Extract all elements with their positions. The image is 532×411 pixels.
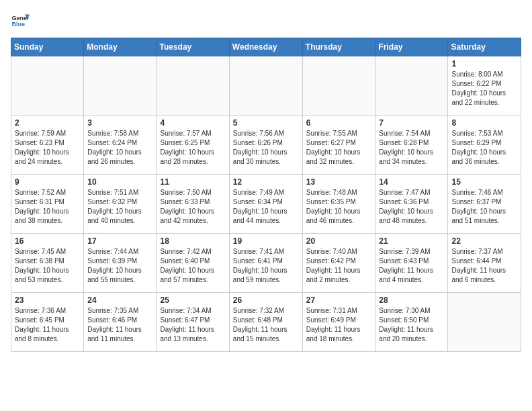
day-info: Sunrise: 7:59 AM Sunset: 6:23 PM Dayligh… (15, 129, 80, 167)
day-info: Sunrise: 7:50 AM Sunset: 6:33 PM Dayligh… (161, 188, 226, 226)
day-number: 6 (306, 118, 372, 128)
calendar-cell: 9Sunrise: 7:52 AM Sunset: 6:31 PM Daylig… (11, 175, 84, 234)
day-info: Sunrise: 7:40 AM Sunset: 6:42 PM Dayligh… (306, 247, 372, 285)
calendar-cell (302, 56, 375, 116)
logo: General Blue (11, 11, 30, 30)
calendar-cell: 5Sunrise: 7:56 AM Sunset: 6:26 PM Daylig… (229, 116, 302, 175)
calendar-cell: 17Sunrise: 7:44 AM Sunset: 6:39 PM Dayli… (84, 234, 157, 293)
calendar-cell: 4Sunrise: 7:57 AM Sunset: 6:25 PM Daylig… (157, 116, 229, 175)
week-row-3: 9Sunrise: 7:52 AM Sunset: 6:31 PM Daylig… (11, 175, 521, 234)
calendar-cell: 27Sunrise: 7:31 AM Sunset: 6:49 PM Dayli… (302, 293, 375, 352)
calendar-cell: 25Sunrise: 7:34 AM Sunset: 6:47 PM Dayli… (157, 293, 229, 352)
day-number: 24 (87, 295, 152, 305)
day-info: Sunrise: 7:53 AM Sunset: 6:29 PM Dayligh… (451, 129, 517, 167)
header-row: SundayMondayTuesdayWednesdayThursdayFrid… (11, 38, 521, 56)
day-number: 7 (379, 118, 444, 128)
calendar-cell: 16Sunrise: 7:45 AM Sunset: 6:38 PM Dayli… (11, 234, 84, 293)
calendar-cell: 23Sunrise: 7:36 AM Sunset: 6:45 PM Dayli… (11, 293, 84, 352)
day-info: Sunrise: 7:52 AM Sunset: 6:31 PM Dayligh… (15, 188, 80, 226)
calendar-cell: 6Sunrise: 7:55 AM Sunset: 6:27 PM Daylig… (302, 116, 375, 175)
svg-text:Blue: Blue (11, 21, 25, 28)
day-info: Sunrise: 7:36 AM Sunset: 6:45 PM Dayligh… (15, 306, 80, 344)
day-info: Sunrise: 7:44 AM Sunset: 6:39 PM Dayligh… (87, 247, 152, 285)
calendar-cell (448, 293, 521, 352)
calendar-cell (375, 56, 448, 116)
week-row-1: 1Sunrise: 8:00 AM Sunset: 6:22 PM Daylig… (11, 56, 521, 116)
day-number: 25 (161, 295, 226, 305)
day-info: Sunrise: 7:48 AM Sunset: 6:35 PM Dayligh… (306, 188, 372, 226)
day-number: 17 (87, 236, 152, 246)
day-number: 5 (233, 118, 299, 128)
calendar-cell: 3Sunrise: 7:58 AM Sunset: 6:24 PM Daylig… (84, 116, 157, 175)
day-number: 22 (451, 236, 517, 246)
day-number: 8 (451, 118, 517, 128)
calendar-cell: 14Sunrise: 7:47 AM Sunset: 6:36 PM Dayli… (375, 175, 448, 234)
day-info: Sunrise: 7:32 AM Sunset: 6:48 PM Dayligh… (233, 306, 299, 344)
day-info: Sunrise: 7:51 AM Sunset: 6:32 PM Dayligh… (87, 188, 152, 226)
day-number: 2 (15, 118, 80, 128)
col-header-saturday: Saturday (448, 38, 521, 56)
calendar-cell: 28Sunrise: 7:30 AM Sunset: 6:50 PM Dayli… (375, 293, 448, 352)
day-number: 4 (161, 118, 226, 128)
day-number: 26 (233, 295, 299, 305)
calendar-cell: 18Sunrise: 7:42 AM Sunset: 6:40 PM Dayli… (157, 234, 229, 293)
day-number: 21 (379, 236, 444, 246)
day-number: 9 (15, 177, 80, 187)
col-header-friday: Friday (375, 38, 448, 56)
calendar-cell: 24Sunrise: 7:35 AM Sunset: 6:46 PM Dayli… (84, 293, 157, 352)
day-info: Sunrise: 7:56 AM Sunset: 6:26 PM Dayligh… (233, 129, 299, 167)
day-number: 27 (306, 295, 372, 305)
day-number: 1 (451, 59, 517, 68)
day-info: Sunrise: 7:55 AM Sunset: 6:27 PM Dayligh… (306, 129, 372, 167)
day-number: 28 (379, 295, 444, 305)
day-number: 15 (451, 177, 517, 187)
day-number: 3 (87, 118, 152, 128)
day-info: Sunrise: 7:45 AM Sunset: 6:38 PM Dayligh… (15, 247, 80, 285)
day-info: Sunrise: 7:39 AM Sunset: 6:43 PM Dayligh… (379, 247, 444, 285)
calendar-cell: 21Sunrise: 7:39 AM Sunset: 6:43 PM Dayli… (375, 234, 448, 293)
day-info: Sunrise: 7:37 AM Sunset: 6:44 PM Dayligh… (451, 247, 517, 285)
calendar-cell (229, 56, 302, 116)
calendar-cell: 8Sunrise: 7:53 AM Sunset: 6:29 PM Daylig… (448, 116, 521, 175)
week-row-5: 23Sunrise: 7:36 AM Sunset: 6:45 PM Dayli… (11, 293, 521, 352)
day-info: Sunrise: 7:58 AM Sunset: 6:24 PM Dayligh… (87, 129, 152, 167)
day-info: Sunrise: 7:31 AM Sunset: 6:49 PM Dayligh… (306, 306, 372, 344)
week-row-2: 2Sunrise: 7:59 AM Sunset: 6:23 PM Daylig… (11, 116, 521, 175)
day-info: Sunrise: 7:42 AM Sunset: 6:40 PM Dayligh… (161, 247, 226, 285)
calendar-cell (157, 56, 229, 116)
col-header-monday: Monday (84, 38, 157, 56)
calendar-cell: 1Sunrise: 8:00 AM Sunset: 6:22 PM Daylig… (448, 56, 521, 116)
week-row-4: 16Sunrise: 7:45 AM Sunset: 6:38 PM Dayli… (11, 234, 521, 293)
col-header-thursday: Thursday (302, 38, 375, 56)
logo-icon: General Blue (11, 11, 30, 30)
day-info: Sunrise: 7:34 AM Sunset: 6:47 PM Dayligh… (161, 306, 226, 344)
day-number: 13 (306, 177, 372, 187)
calendar-table: SundayMondayTuesdayWednesdayThursdayFrid… (11, 38, 521, 352)
day-info: Sunrise: 7:49 AM Sunset: 6:34 PM Dayligh… (233, 188, 299, 226)
day-number: 14 (379, 177, 444, 187)
day-info: Sunrise: 7:57 AM Sunset: 6:25 PM Dayligh… (161, 129, 226, 167)
calendar-cell: 22Sunrise: 7:37 AM Sunset: 6:44 PM Dayli… (448, 234, 521, 293)
day-number: 16 (15, 236, 80, 246)
day-info: Sunrise: 8:00 AM Sunset: 6:22 PM Dayligh… (451, 70, 517, 107)
day-info: Sunrise: 7:54 AM Sunset: 6:28 PM Dayligh… (379, 129, 444, 167)
day-info: Sunrise: 7:41 AM Sunset: 6:41 PM Dayligh… (233, 247, 299, 285)
calendar-cell (11, 56, 84, 116)
calendar-cell: 2Sunrise: 7:59 AM Sunset: 6:23 PM Daylig… (11, 116, 84, 175)
calendar-cell: 15Sunrise: 7:46 AM Sunset: 6:37 PM Dayli… (448, 175, 521, 234)
calendar-cell (84, 56, 157, 116)
calendar-cell: 19Sunrise: 7:41 AM Sunset: 6:41 PM Dayli… (229, 234, 302, 293)
day-number: 18 (161, 236, 226, 246)
calendar-cell: 11Sunrise: 7:50 AM Sunset: 6:33 PM Dayli… (157, 175, 229, 234)
day-number: 12 (233, 177, 299, 187)
page-header: General Blue (11, 11, 521, 30)
day-info: Sunrise: 7:35 AM Sunset: 6:46 PM Dayligh… (87, 306, 152, 344)
col-header-tuesday: Tuesday (157, 38, 229, 56)
calendar-cell: 13Sunrise: 7:48 AM Sunset: 6:35 PM Dayli… (302, 175, 375, 234)
day-info: Sunrise: 7:30 AM Sunset: 6:50 PM Dayligh… (379, 306, 444, 344)
calendar-cell: 26Sunrise: 7:32 AM Sunset: 6:48 PM Dayli… (229, 293, 302, 352)
day-info: Sunrise: 7:46 AM Sunset: 6:37 PM Dayligh… (451, 188, 517, 226)
day-number: 23 (15, 295, 80, 305)
col-header-sunday: Sunday (11, 38, 84, 56)
calendar-cell: 7Sunrise: 7:54 AM Sunset: 6:28 PM Daylig… (375, 116, 448, 175)
